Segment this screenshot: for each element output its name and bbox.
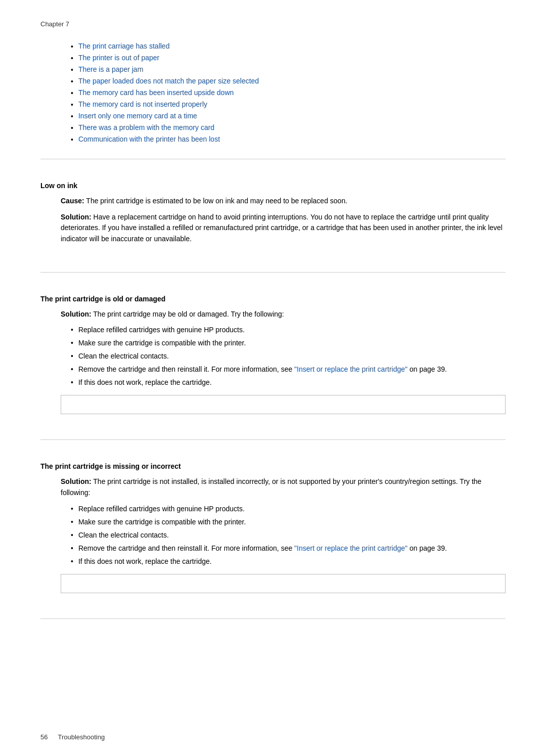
bullet-item-m5: If this does not work, replace the cartr…: [71, 556, 506, 567]
divider-3: [40, 439, 506, 440]
toc-item-9: Communication with the printer has been …: [71, 135, 506, 144]
toc-item-2: The printer is out of paper: [71, 54, 506, 62]
toc-item-6: The memory card is not inserted properly: [71, 100, 506, 109]
toc-item-7: Insert only one memory card at a time: [71, 112, 506, 120]
insert-replace-link-1[interactable]: "Insert or replace the print cartridge": [294, 365, 407, 373]
toc-link-1[interactable]: The print carriage has stalled: [78, 42, 170, 50]
toc-item-1: The print carriage has stalled: [71, 42, 506, 51]
bullet-text-4: Remove the cartridge and then reinstall …: [78, 364, 447, 375]
bullet-item-m2: Make sure the cartridge is compatible wi…: [71, 517, 506, 527]
bullet-item-5: If this does not work, replace the cartr…: [71, 377, 506, 388]
toc-item-8: There was a problem with the memory card: [71, 123, 506, 132]
section-title-old-or-damaged: The print cartridge is old or damaged: [40, 295, 506, 303]
bullet-item-4: Remove the cartridge and then reinstall …: [71, 364, 506, 375]
bullet-item-m1: Replace refilled cartridges with genuine…: [71, 504, 506, 514]
toc-list: The print carriage has stalled The print…: [71, 42, 506, 144]
solution-text-low-on-ink: Have a replacement cartridge on hand to …: [61, 213, 503, 243]
bullet-item-m4: Remove the cartridge and then reinstall …: [71, 543, 506, 554]
bullet-item-2: Make sure the cartridge is compatible wi…: [71, 338, 506, 348]
chapter-label: Chapter 7: [40, 20, 506, 28]
toc-link-6[interactable]: The memory card is not inserted properly: [78, 100, 207, 108]
bullet-item-m3: Clean the electrical contacts.: [71, 530, 506, 541]
toc-link-2[interactable]: The printer is out of paper: [78, 54, 159, 62]
bullet-list-missing-or-incorrect: Replace refilled cartridges with genuine…: [71, 504, 506, 567]
cause-text: The print cartridge is estimated to be l…: [84, 197, 347, 205]
solution-intro-missing-or-incorrect: Solution: The print cartridge is not ins…: [61, 476, 506, 498]
section-content-old-or-damaged: Solution: The print cartridge may be old…: [40, 309, 506, 415]
toc-link-4[interactable]: The paper loaded does not match the pape…: [78, 77, 259, 85]
solution-intro-text-old: The print cartridge may be old or damage…: [92, 310, 284, 318]
toc-item-5: The memory card has been inserted upside…: [71, 88, 506, 97]
section-low-on-ink: Low on ink Cause: The print cartridge is…: [40, 171, 506, 260]
bullet-text-m4: Remove the cartridge and then reinstall …: [78, 543, 447, 554]
bullet-item-3: Clean the electrical contacts.: [71, 351, 506, 362]
bullet-item-1: Replace refilled cartridges with genuine…: [71, 325, 506, 335]
section-content-low-on-ink: Cause: The print cartridge is estimated …: [40, 196, 506, 245]
cause-paragraph: Cause: The print cartridge is estimated …: [61, 196, 506, 207]
section-old-or-damaged: The print cartridge is old or damaged So…: [40, 285, 506, 428]
insert-replace-link-2[interactable]: "Insert or replace the print cartridge": [294, 544, 407, 552]
footer-section-label: Troubleshooting: [58, 733, 105, 741]
page-container: Chapter 7 The print carriage has stalled…: [0, 0, 546, 661]
note-box-2: [61, 574, 506, 593]
solution-paragraph-low-on-ink: Solution: Have a replacement cartridge o…: [61, 212, 506, 245]
footer: 56 Troubleshooting: [40, 733, 506, 741]
toc-link-3[interactable]: There is a paper jam: [78, 65, 143, 73]
section-title-low-on-ink: Low on ink: [40, 182, 506, 190]
toc-item-3: There is a paper jam: [71, 65, 506, 74]
solution-intro-text-missing: The print cartridge is not installed, is…: [61, 477, 481, 497]
toc-link-5[interactable]: The memory card has been inserted upside…: [78, 88, 234, 97]
toc-link-9[interactable]: Communication with the printer has been …: [78, 135, 220, 143]
bullet-list-old-or-damaged: Replace refilled cartridges with genuine…: [71, 325, 506, 388]
divider-1: [40, 159, 506, 159]
toc-link-8[interactable]: There was a problem with the memory card: [78, 123, 214, 131]
toc-item-4: The paper loaded does not match the pape…: [71, 77, 506, 85]
solution-label-old-or-damaged: Solution:: [61, 310, 92, 318]
divider-2: [40, 272, 506, 273]
toc-link-7[interactable]: Insert only one memory card at a time: [78, 112, 197, 120]
solution-intro-old-or-damaged: Solution: The print cartridge may be old…: [61, 309, 506, 320]
section-missing-or-incorrect: The print cartridge is missing or incorr…: [40, 452, 506, 606]
solution-label-low-on-ink: Solution:: [61, 213, 92, 221]
divider-4: [40, 618, 506, 619]
section-content-missing-or-incorrect: Solution: The print cartridge is not ins…: [40, 476, 506, 593]
note-box-1: [61, 395, 506, 414]
cause-label: Cause:: [61, 197, 84, 205]
section-title-missing-or-incorrect: The print cartridge is missing or incorr…: [40, 462, 506, 470]
solution-label-missing-or-incorrect: Solution:: [61, 477, 92, 485]
footer-page-number: 56: [40, 733, 48, 741]
